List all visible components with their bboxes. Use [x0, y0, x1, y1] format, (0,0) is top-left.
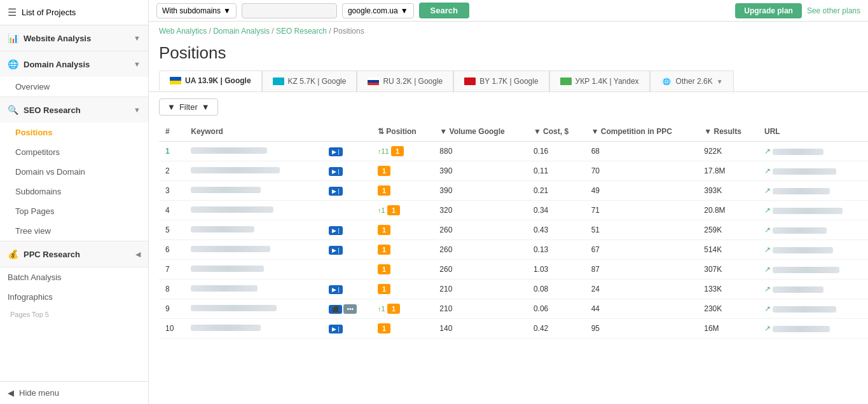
sidebar-ppc-research-label: PPC Research	[24, 250, 130, 259]
tab-by-google[interactable]: BY 1.7K | Google	[453, 71, 549, 91]
tab-kz-google[interactable]: KZ 5.7K | Google	[262, 71, 357, 91]
sidebar-website-analysis-toggle[interactable]: 📊 Website Analysis ▼	[0, 25, 148, 51]
url-link-icon[interactable]: ↗	[764, 166, 771, 175]
tab-by-label: BY 1.7K | Google	[479, 77, 538, 86]
cell-url: ↗	[758, 299, 868, 319]
url-link-icon[interactable]: ↗	[764, 226, 771, 234]
top-bar: With subdomains ▼ google.com.ua ▼ Search…	[149, 0, 868, 22]
sidebar-hide-menu[interactable]: ◀ Hide menu	[0, 381, 148, 404]
video-badge: ▶|	[329, 246, 342, 255]
breadcrumb-seo-research[interactable]: SEO Research	[276, 27, 327, 36]
cell-media-badge: ▶|	[322, 279, 371, 299]
cell-competition: 49	[585, 181, 698, 201]
see-plans-link[interactable]: See other plans	[807, 6, 860, 15]
cell-competition: 24	[585, 279, 698, 299]
sidebar-item-list-of-projects[interactable]: ☰ List of Projects	[0, 0, 148, 25]
url-link-icon[interactable]: ↗	[764, 265, 771, 274]
cell-position: ↑11 1	[371, 142, 433, 161]
col-header-media	[322, 122, 371, 142]
tab-ru-google[interactable]: RU 3.2K | Google	[357, 71, 453, 91]
video-badge: ▶|	[329, 147, 342, 156]
position-change: ↑1	[378, 206, 385, 214]
url-input[interactable]	[242, 3, 337, 18]
filter-button[interactable]: ▼ Filter ▼	[159, 98, 218, 116]
sidebar-item-top-pages[interactable]: Top Pages	[0, 201, 148, 221]
cell-volume: 260	[433, 240, 527, 260]
cell-url: ↗	[758, 201, 868, 220]
positions-table: # Keyword ⇅ Position ▼ Volume Google ▼ C…	[159, 122, 868, 339]
tab-ua-google[interactable]: UA 13.9K | Google	[159, 71, 262, 91]
ppc-icon: 💰	[8, 249, 18, 259]
cell-keyword	[184, 201, 322, 220]
cell-results: 16M	[698, 319, 758, 339]
cell-keyword	[184, 181, 322, 201]
cell-competition: 51	[585, 220, 698, 240]
cell-competition: 67	[585, 240, 698, 260]
table-row: 1▶|↑11 18800.1668922K↗	[159, 142, 868, 161]
cell-cost: 0.16	[527, 142, 585, 161]
table-wrapper: # Keyword ⇅ Position ▼ Volume Google ▼ C…	[149, 122, 868, 339]
search-button[interactable]: Search	[419, 3, 469, 18]
table-row: 9⬛•••↑1 12100.0644230K↗	[159, 299, 868, 319]
sidebar-section-domain-analysis: 🌐 Domain Analysis ▼ Overview	[0, 51, 148, 97]
col-header-keyword: Keyword	[184, 122, 322, 142]
seo-research-icon: 🔍	[8, 105, 18, 115]
chevron-left-icon: ◀	[135, 250, 141, 259]
cell-url: ↗	[758, 161, 868, 181]
sidebar-item-overview[interactable]: Overview	[0, 77, 148, 97]
url-link-icon[interactable]: ↗	[764, 206, 771, 215]
cell-competition: 68	[585, 142, 698, 161]
url-link-icon[interactable]: ↗	[764, 147, 771, 156]
col-header-position[interactable]: ⇅ Position	[371, 122, 433, 142]
tab-other[interactable]: 🌐 Other 2.6K ▼	[650, 71, 734, 91]
sidebar-item-batch-analysis[interactable]: Batch Analysis	[0, 267, 148, 287]
breadcrumb: Web Analytics / Domain Analysis / SEO Re…	[149, 22, 868, 41]
sidebar-ppc-research-toggle[interactable]: 💰 PPC Research ◀	[0, 241, 148, 267]
sidebar-item-domain-vs-domain[interactable]: Domain vs Domain	[0, 162, 148, 182]
cell-url: ↗	[758, 279, 868, 299]
table-header-row: # Keyword ⇅ Position ▼ Volume Google ▼ C…	[159, 122, 868, 142]
url-link-icon[interactable]: ↗	[764, 285, 771, 293]
col-header-cost[interactable]: ▼ Cost, $	[527, 122, 585, 142]
cell-row-num: 10	[159, 319, 184, 339]
sidebar-item-tree-view[interactable]: Tree view	[0, 221, 148, 241]
domain-select[interactable]: google.com.ua ▼	[342, 3, 414, 18]
sidebar-section-seo-research: 🔍 SEO Research ▼ Positions Competitors D…	[0, 97, 148, 241]
sidebar-seo-research-toggle[interactable]: 🔍 SEO Research ▼	[0, 97, 148, 123]
cell-url: ↗	[758, 319, 868, 339]
sidebar-item-competitors[interactable]: Competitors	[0, 142, 148, 162]
col-header-url: URL	[758, 122, 868, 142]
col-header-competition[interactable]: ▼ Competition in PPC	[585, 122, 698, 142]
cell-keyword	[184, 279, 322, 299]
url-link-icon[interactable]: ↗	[764, 304, 771, 313]
sidebar-item-subdomains[interactable]: Subdomains	[0, 182, 148, 201]
cell-results: 922K	[698, 142, 758, 161]
tab-ukr-yandex[interactable]: УКР 1.4K | Yandex	[549, 71, 650, 91]
video-badge: ▶|	[329, 325, 342, 333]
url-link-icon[interactable]: ↗	[764, 324, 771, 333]
cell-results: 307K	[698, 260, 758, 279]
sidebar-item-infographics[interactable]: Infographics	[0, 287, 148, 307]
breadcrumb-domain-analysis[interactable]: Domain Analysis	[213, 27, 270, 36]
video-badge: ▶|	[329, 285, 342, 294]
breadcrumb-web-analytics[interactable]: Web Analytics	[159, 27, 207, 36]
col-header-volume[interactable]: ▼ Volume Google	[433, 122, 527, 142]
cell-results: 514K	[698, 240, 758, 260]
url-link-icon[interactable]: ↗	[764, 186, 771, 195]
position-value: 1	[391, 146, 404, 156]
col-header-results[interactable]: ▼ Results	[698, 122, 758, 142]
cell-keyword	[184, 240, 322, 260]
image-badge: ⬛	[329, 305, 342, 314]
tab-other-label: Other 2.6K	[676, 77, 713, 86]
cell-keyword	[184, 142, 322, 161]
cell-results: 133K	[698, 279, 758, 299]
content-area: Web Analytics / Domain Analysis / SEO Re…	[149, 22, 868, 404]
cell-keyword	[184, 161, 322, 181]
url-link-icon[interactable]: ↗	[764, 245, 771, 254]
upgrade-button[interactable]: Upgrade plan	[735, 3, 802, 18]
sidebar-domain-analysis-toggle[interactable]: 🌐 Domain Analysis ▼	[0, 51, 148, 77]
cell-row-num: 1	[159, 142, 184, 161]
sidebar-item-positions[interactable]: Positions	[0, 123, 148, 142]
subdomain-select[interactable]: With subdomains ▼	[156, 3, 237, 18]
table-row: 4↑1 13200.347120.8M↗	[159, 201, 868, 220]
